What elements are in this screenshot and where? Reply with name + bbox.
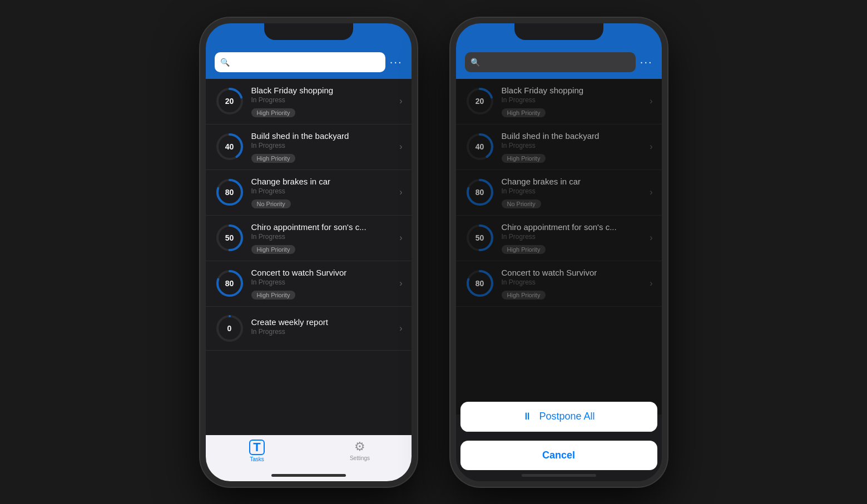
progress-value: 20 [225,97,234,106]
progress-circle: 40 [465,132,495,162]
progress-circle: 50 [215,223,245,253]
search-bar[interactable]: 🔍 [465,52,636,72]
task-badge: High Priority [251,154,296,163]
tasks-label: Tasks [250,456,264,462]
chevron-icon: › [650,278,652,288]
progress-circle: 0 [215,313,245,343]
task-title: Build shed in the backyard [502,131,643,141]
chevron-icon: › [650,187,652,197]
progress-value: 40 [475,142,484,151]
phone-right: 🔍 ··· 20 Black Friday shopping [450,18,667,487]
task-badge: High Priority [251,245,296,254]
task-info: Create weekly report In Progress [251,317,393,339]
progress-value: 20 [475,97,484,106]
task-status: In Progress [502,96,643,104]
task-item[interactable]: 20 Black Friday shopping In Progress Hig… [456,79,662,124]
progress-value: 80 [225,188,234,197]
cancel-group: Cancel [460,441,657,470]
task-status: In Progress [251,142,393,149]
search-icon: 🔍 [470,58,480,67]
task-item[interactable]: 40 Build shed in the backyard In Progres… [456,124,662,170]
chevron-icon: › [650,233,652,243]
settings-icon: ⚙ [354,440,365,454]
progress-value: 40 [225,142,234,151]
nav-settings[interactable]: ⚙ Settings [309,440,412,461]
task-title: Change brakes in car [251,177,393,186]
progress-circle: 20 [215,86,245,116]
progress-value: 80 [475,188,484,197]
task-info: Change brakes in car In Progress No Prio… [502,177,643,208]
progress-value: 0 [227,324,232,333]
task-badge: High Priority [251,291,296,300]
progress-circle: 40 [215,132,245,162]
task-status: In Progress [251,187,393,195]
progress-circle: 80 [215,268,245,298]
home-indicator [271,474,346,477]
search-bar[interactable]: 🔍 [215,52,385,72]
task-item[interactable]: 80 Change brakes in car In Progress No P… [456,170,662,216]
phone-left: 🔍 ··· 20 Black Friday [200,18,417,487]
chevron-icon: › [399,142,402,152]
notch [514,23,603,40]
tasks-icon: T [249,440,265,455]
task-title: Concert to watch Survivor [502,268,643,277]
task-badge: No Priority [251,199,291,208]
task-item[interactable]: 40 Build shed in the backyard In Progres… [206,124,412,170]
content-area: 20 Black Friday shopping In Progress Hig… [456,79,662,481]
progress-circle: 20 [465,86,495,116]
task-badge: High Priority [502,108,546,117]
header: 🔍 ··· [456,48,662,79]
task-title: Change brakes in car [502,177,643,186]
chevron-icon: › [399,96,402,106]
progress-value: 80 [225,279,234,288]
progress-value: 80 [475,279,484,288]
notch [264,23,353,40]
task-item[interactable]: 80 Concert to watch Survivor In Progress… [206,261,412,307]
chevron-icon: › [650,96,652,106]
task-badge: No Priority [502,199,541,208]
task-badge: High Priority [502,291,546,300]
more-button[interactable]: ··· [390,56,403,68]
progress-value: 50 [475,233,484,242]
task-badge: High Priority [502,154,546,163]
progress-circle: 50 [465,223,495,253]
task-title: Chiro appointment for son's c... [251,222,393,232]
task-title: Black Friday shopping [502,86,643,95]
task-item[interactable]: 50 Chiro appointment for son's c... In P… [206,216,412,261]
nav-tasks[interactable]: T Tasks [206,440,309,462]
progress-circle: 80 [465,177,495,207]
task-info: Black Friday shopping In Progress High P… [502,86,643,117]
task-item[interactable]: 50 Chiro appointment for son's c... In P… [456,216,662,261]
task-list: 20 Black Friday shopping In Progress Hig… [206,79,412,435]
chevron-icon: › [650,142,652,152]
task-info: Build shed in the backyard In Progress H… [502,131,643,163]
task-title: Chiro appointment for son's c... [502,222,643,232]
action-sheet-group: ⏸ Postpone All [460,402,657,432]
task-info: Build shed in the backyard In Progress H… [251,131,393,163]
task-item[interactable]: 20 Black Friday shopping In Progress Hig… [206,79,412,124]
cancel-button[interactable]: Cancel [460,441,657,470]
task-status: In Progress [502,278,643,286]
task-item[interactable]: 0 Create weekly report In Progress › [206,307,412,351]
cancel-label: Cancel [542,450,575,461]
task-info: Chiro appointment for son's c... In Prog… [251,222,393,254]
task-status: In Progress [251,278,393,286]
task-status: In Progress [502,187,643,195]
action-sheet: ⏸ Postpone All Cancel [456,402,662,481]
settings-label: Settings [350,455,370,461]
task-badge: High Priority [502,245,546,254]
postpone-all-button[interactable]: ⏸ Postpone All [460,402,657,432]
task-info: Concert to watch Survivor In Progress Hi… [251,268,393,300]
task-info: Chiro appointment for son's c... In Prog… [502,222,643,254]
header: 🔍 ··· [206,48,412,79]
task-item[interactable]: 80 Concert to watch Survivor In Progress… [456,261,662,307]
search-icon: 🔍 [220,58,230,67]
task-title: Create weekly report [251,317,393,327]
more-button[interactable]: ··· [640,56,653,68]
task-title: Build shed in the backyard [251,131,393,141]
chevron-icon: › [399,323,402,333]
task-title: Concert to watch Survivor [251,268,393,277]
task-item[interactable]: 80 Change brakes in car In Progress No P… [206,170,412,216]
task-info: Concert to watch Survivor In Progress Hi… [502,268,643,300]
content-area: 20 Black Friday shopping In Progress Hig… [206,79,412,435]
